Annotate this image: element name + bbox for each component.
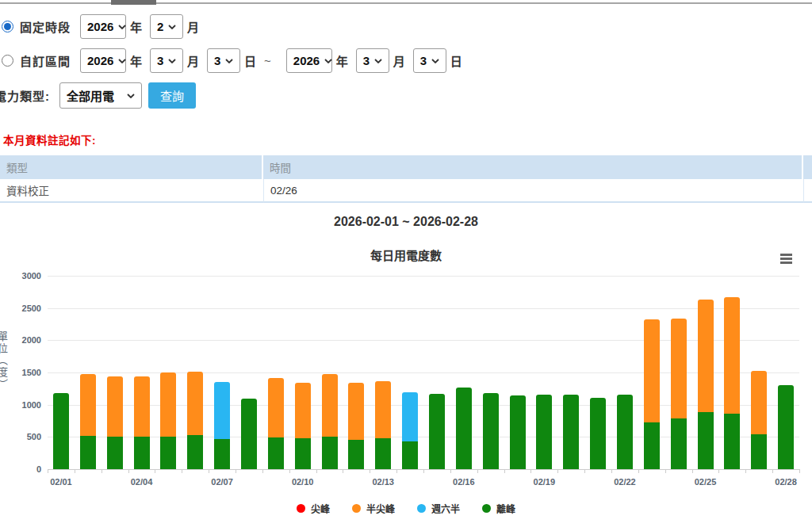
x-tick <box>236 469 236 473</box>
bar-segment[interactable] <box>375 381 391 438</box>
x-tick <box>557 469 558 473</box>
month-unit-label: 月 <box>393 52 405 69</box>
day-unit-label: 日 <box>450 52 462 69</box>
bar-segment[interactable] <box>510 395 526 470</box>
daily-usage-chart: 每日用電度數 單位（度） 05001000150020002500300002/… <box>0 238 812 527</box>
bar-segment[interactable] <box>375 438 391 469</box>
bar-segment[interactable] <box>160 372 176 437</box>
bar-segment[interactable] <box>214 439 230 469</box>
x-tick <box>611 469 612 473</box>
chevron-down-icon <box>127 94 135 98</box>
legend-item[interactable]: 半尖峰 <box>352 502 395 515</box>
x-tick <box>262 469 263 473</box>
bar-segment[interactable] <box>483 393 499 469</box>
x-tick <box>396 469 397 473</box>
end-day-select[interactable]: 3 <box>413 48 446 73</box>
end-year-select[interactable]: 2026 <box>286 48 332 73</box>
note-table: 類型 時間 資料校正 02/26 <box>0 155 812 203</box>
bar-segment[interactable] <box>456 388 472 469</box>
chart-legend: 尖峰半尖峰週六半離峰 <box>0 502 812 515</box>
bar-segment[interactable] <box>724 297 740 414</box>
bar-segment[interactable] <box>80 374 96 436</box>
chart-menu-icon[interactable] <box>780 254 792 265</box>
chevron-down-icon <box>431 59 439 63</box>
x-tick <box>370 469 370 473</box>
x-tick <box>48 469 48 473</box>
x-tick-label: 02/22 <box>601 477 649 487</box>
bar-segment[interactable] <box>402 441 418 469</box>
legend-label: 尖峰 <box>311 502 330 515</box>
start-month-select[interactable]: 3 <box>150 48 183 73</box>
fixed-month-select[interactable]: 2 <box>150 14 183 39</box>
bar-segment[interactable] <box>214 382 230 439</box>
x-tick <box>504 469 505 473</box>
end-month-select[interactable]: 3 <box>356 48 389 73</box>
bar-segment[interactable] <box>751 434 767 469</box>
bar-segment[interactable] <box>107 376 123 437</box>
bar-segment[interactable] <box>751 371 767 434</box>
bar-segment[interactable] <box>778 385 794 469</box>
start-day-select[interactable]: 3 <box>207 48 240 73</box>
x-tick-label: 02/25 <box>682 477 730 487</box>
bar-segment[interactable] <box>698 300 714 412</box>
bar-segment[interactable] <box>671 319 687 418</box>
bar-segment[interactable] <box>107 437 123 469</box>
end-year-value: 2026 <box>293 54 320 67</box>
bar-segment[interactable] <box>160 437 176 470</box>
bar-segment[interactable] <box>671 418 687 469</box>
bar-segment[interactable] <box>295 383 311 438</box>
bar-segment[interactable] <box>402 392 418 441</box>
bar-segment[interactable] <box>617 395 633 469</box>
month-unit-label: 月 <box>187 52 199 69</box>
bar-segment[interactable] <box>644 422 660 469</box>
legend-item[interactable]: 尖峰 <box>297 502 330 515</box>
note-table-cell-extra <box>803 179 812 203</box>
fixed-period-radio[interactable] <box>2 21 13 32</box>
fixed-month-value: 2 <box>157 20 163 33</box>
bar-segment[interactable] <box>268 378 284 437</box>
bar-segment[interactable] <box>295 438 311 469</box>
x-tick-label: 02/10 <box>279 477 327 487</box>
x-tick <box>718 469 719 473</box>
bar-segment[interactable] <box>536 395 552 469</box>
bar-segment[interactable] <box>348 383 364 440</box>
start-year-value: 2026 <box>87 54 113 67</box>
start-year-select[interactable]: 2026 <box>80 48 126 73</box>
bar-segment[interactable] <box>563 395 579 469</box>
bar-segment[interactable] <box>644 319 660 422</box>
bar-segment[interactable] <box>134 376 150 437</box>
bar-segment[interactable] <box>241 399 257 470</box>
power-type-select[interactable]: 全部用電 <box>59 82 142 109</box>
tab-underline <box>0 0 812 5</box>
fixed-year-select[interactable]: 2026 <box>80 14 126 39</box>
year-unit-label: 年 <box>336 52 348 69</box>
legend-item[interactable]: 離峰 <box>482 502 515 515</box>
bar-segment[interactable] <box>724 414 740 469</box>
x-tick <box>289 469 290 473</box>
chevron-down-icon <box>118 25 126 29</box>
bar-segment[interactable] <box>187 435 203 469</box>
bar-segment[interactable] <box>80 436 96 469</box>
bar-segment[interactable] <box>268 437 284 469</box>
bar-segment[interactable] <box>322 374 338 437</box>
note-table-header-time: 時間 <box>263 155 803 179</box>
chevron-down-icon <box>324 59 332 63</box>
bar-segment[interactable] <box>429 394 445 469</box>
bar-segment[interactable] <box>322 437 338 469</box>
bar-segment[interactable] <box>348 440 364 469</box>
bar-segment[interactable] <box>187 372 203 435</box>
x-tick-label: 02/01 <box>37 477 85 487</box>
bar-segment[interactable] <box>53 393 69 469</box>
custom-range-radio[interactable] <box>2 55 13 67</box>
x-tick <box>745 469 746 473</box>
bar-segment[interactable] <box>134 437 150 470</box>
bar-segment[interactable] <box>590 398 606 469</box>
x-tick <box>772 469 773 473</box>
x-tick <box>450 469 451 473</box>
month-note: 本月資料註記如下: <box>3 132 96 147</box>
bar-segment[interactable] <box>698 412 714 469</box>
legend-item[interactable]: 週六半 <box>417 502 460 515</box>
query-button[interactable]: 查詢 <box>148 82 196 109</box>
fixed-period-label: 固定時段 <box>20 18 71 35</box>
year-unit-label: 年 <box>130 52 142 69</box>
